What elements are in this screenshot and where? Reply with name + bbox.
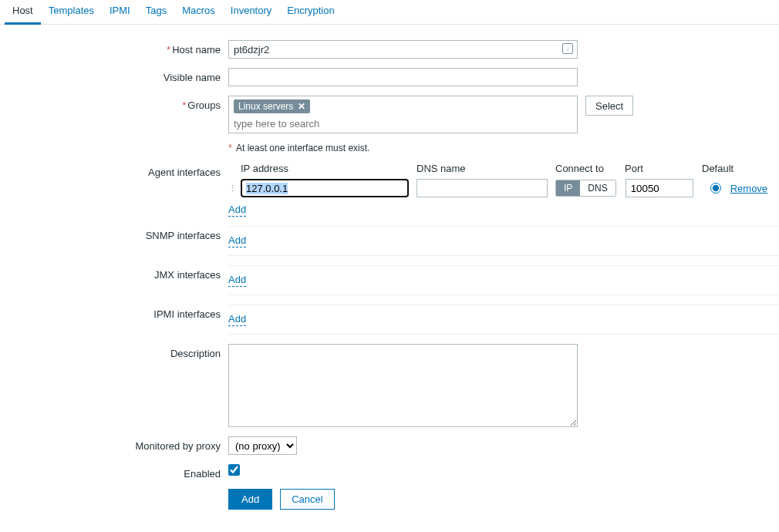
snmp-add-link[interactable]: Add (228, 234, 246, 247)
label-agent-interfaces: Agent interfaces (0, 163, 228, 178)
tab-templates[interactable]: Templates (41, 0, 102, 24)
jmx-add-link[interactable]: Add (228, 274, 246, 287)
col-dns-header: DNS name (416, 163, 555, 177)
col-default-header: Default (702, 163, 748, 177)
tab-tags[interactable]: Tags (138, 0, 174, 24)
label-snmp-interfaces: SNMP interfaces (0, 226, 228, 241)
ipmi-add-link[interactable]: Add (228, 313, 246, 326)
label-enabled: Enabled (0, 464, 228, 480)
col-ip-header: IP address (241, 163, 416, 177)
agent-default-radio[interactable] (710, 183, 721, 194)
drag-handle-icon[interactable] (228, 184, 239, 194)
visible-name-input[interactable] (228, 68, 578, 86)
tab-bar: Host Templates IPMI Tags Macros Inventor… (0, 0, 779, 25)
col-connect-header: Connect to (555, 163, 625, 177)
group-tag-remove-icon[interactable]: ✕ (298, 101, 305, 112)
label-hostname: *Host name (0, 40, 228, 56)
tab-host[interactable]: Host (5, 0, 41, 25)
connect-dns-button[interactable]: DNS (580, 180, 615, 196)
agent-remove-link[interactable]: Remove (730, 183, 767, 194)
connect-to-toggle: IP DNS (555, 180, 616, 197)
agent-add-link[interactable]: Add (228, 204, 246, 217)
connect-ip-button[interactable]: IP (556, 180, 580, 196)
tab-encryption[interactable]: Encryption (279, 0, 342, 24)
cancel-button[interactable]: Cancel (280, 489, 334, 510)
label-ipmi-interfaces: IPMI interfaces (0, 305, 228, 320)
iface-header-row: IP address DNS name Connect to Port Defa… (228, 163, 779, 177)
label-visible-name: Visible name (0, 68, 228, 83)
select-groups-button[interactable]: Select (585, 96, 633, 116)
tab-inventory[interactable]: Inventory (223, 0, 279, 24)
host-form: *Host name Visible name *Groups Linux se… (0, 25, 779, 532)
label-description: Description (0, 344, 228, 359)
groups-search-input[interactable] (229, 115, 577, 133)
agent-interface-row: IP DNS Remove (228, 179, 779, 197)
autofill-icon (562, 43, 573, 54)
add-button[interactable]: Add (228, 489, 272, 510)
description-textarea[interactable] (228, 344, 578, 427)
label-groups: *Groups (0, 96, 228, 111)
groups-multiselect[interactable]: Linux servers ✕ (228, 96, 578, 133)
label-jmx-interfaces: JMX interfaces (0, 265, 228, 281)
enabled-checkbox[interactable] (228, 464, 240, 476)
agent-port-input[interactable] (626, 179, 693, 197)
label-monitored-by-proxy: Monitored by proxy (0, 436, 228, 452)
group-tag-label: Linux servers (238, 101, 293, 112)
tab-ipmi[interactable]: IPMI (102, 0, 138, 24)
group-tag: Linux servers ✕ (234, 99, 310, 113)
tab-macros[interactable]: Macros (174, 0, 223, 24)
interface-hint: * At least one interface must exist. (228, 143, 369, 153)
proxy-select[interactable]: (no proxy) (228, 436, 297, 455)
agent-ip-input[interactable] (241, 179, 409, 197)
agent-dns-input[interactable] (416, 179, 548, 197)
hostname-input[interactable] (228, 40, 578, 59)
col-port-header: Port (625, 163, 702, 177)
